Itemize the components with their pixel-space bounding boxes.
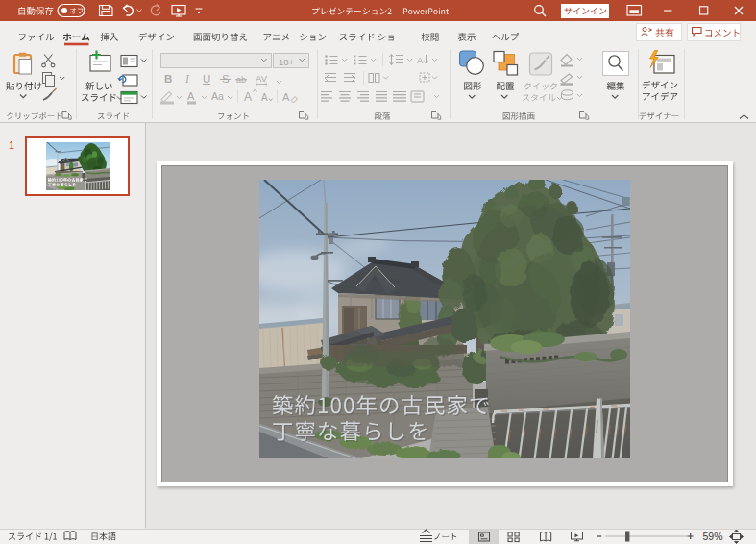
svg-text:Aa: Aa bbox=[211, 90, 224, 102]
svg-text:59%: 59% bbox=[703, 531, 723, 542]
svg-text:A: A bbox=[187, 90, 195, 102]
svg-text:U: U bbox=[203, 73, 210, 85]
svg-text:I: I bbox=[184, 73, 190, 85]
svg-text:A: A bbox=[261, 92, 268, 103]
svg-text:A: A bbox=[417, 55, 424, 65]
svg-text:1: 1 bbox=[9, 139, 14, 151]
svg-text:AV: AV bbox=[256, 73, 268, 84]
svg-text:18+: 18+ bbox=[279, 57, 295, 67]
svg-text:A: A bbox=[282, 91, 290, 103]
svg-text:B: B bbox=[164, 73, 172, 85]
svg-text:A: A bbox=[244, 90, 252, 104]
